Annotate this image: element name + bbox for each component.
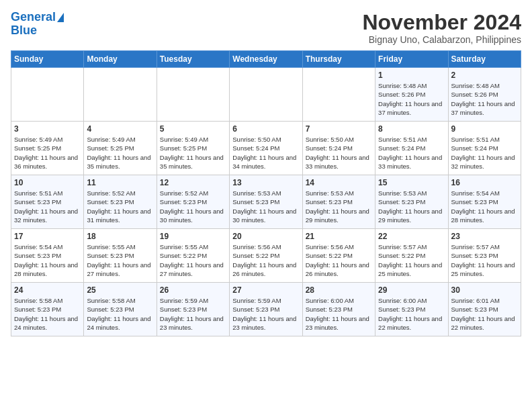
day-info: Sunrise: 5:59 AM Sunset: 5:23 PM Dayligh… — [160, 296, 226, 332]
calendar-cell: 25Sunrise: 5:58 AM Sunset: 5:23 PM Dayli… — [84, 283, 157, 336]
day-info: Sunrise: 5:49 AM Sunset: 5:25 PM Dayligh… — [87, 135, 153, 171]
day-number: 6 — [232, 124, 299, 134]
day-info: Sunrise: 6:01 AM Sunset: 5:23 PM Dayligh… — [451, 296, 518, 332]
calendar-cell: 2Sunrise: 5:48 AM Sunset: 5:26 PM Daylig… — [448, 68, 521, 122]
day-number: 3 — [14, 124, 81, 134]
day-number: 19 — [160, 232, 226, 241]
day-number: 11 — [87, 178, 153, 187]
calendar-cell: 28Sunrise: 6:00 AM Sunset: 5:23 PM Dayli… — [302, 283, 375, 336]
day-number: 21 — [306, 232, 372, 241]
day-info: Sunrise: 5:55 AM Sunset: 5:22 PM Dayligh… — [160, 242, 226, 278]
day-number: 8 — [378, 124, 445, 134]
day-number: 27 — [232, 285, 299, 295]
day-info: Sunrise: 5:53 AM Sunset: 5:23 PM Dayligh… — [306, 189, 372, 224]
calendar-cell: 7Sunrise: 5:50 AM Sunset: 5:24 PM Daylig… — [302, 122, 375, 175]
calendar-cell: 4Sunrise: 5:49 AM Sunset: 5:25 PM Daylig… — [84, 122, 157, 175]
page-header: General Blue November 2024 Bignay Uno, C… — [11, 11, 521, 45]
calendar-cell: 16Sunrise: 5:54 AM Sunset: 5:23 PM Dayli… — [448, 175, 521, 229]
day-info: Sunrise: 5:55 AM Sunset: 5:23 PM Dayligh… — [87, 242, 153, 278]
calendar-cell: 26Sunrise: 5:59 AM Sunset: 5:23 PM Dayli… — [157, 283, 229, 336]
logo-text-blue: Blue — [11, 24, 37, 38]
calendar-cell: 12Sunrise: 5:52 AM Sunset: 5:23 PM Dayli… — [157, 175, 229, 229]
calendar-week-row: 10Sunrise: 5:51 AM Sunset: 5:23 PM Dayli… — [11, 175, 521, 229]
day-number: 17 — [14, 232, 81, 241]
day-info: Sunrise: 5:49 AM Sunset: 5:25 PM Dayligh… — [160, 135, 226, 171]
calendar-week-row: 3Sunrise: 5:49 AM Sunset: 5:25 PM Daylig… — [11, 122, 521, 175]
day-number: 2 — [451, 71, 518, 80]
calendar-cell: 21Sunrise: 5:56 AM Sunset: 5:22 PM Dayli… — [302, 229, 375, 283]
header-sunday: Sunday — [11, 51, 84, 68]
calendar-cell — [84, 68, 157, 122]
day-number: 22 — [378, 232, 445, 241]
day-number: 5 — [160, 124, 226, 134]
day-info: Sunrise: 5:59 AM Sunset: 5:23 PM Dayligh… — [232, 296, 299, 332]
day-number: 28 — [306, 285, 372, 295]
calendar-cell: 6Sunrise: 5:50 AM Sunset: 5:24 PM Daylig… — [230, 122, 302, 175]
day-info: Sunrise: 5:51 AM Sunset: 5:24 PM Dayligh… — [378, 135, 445, 171]
day-info: Sunrise: 5:58 AM Sunset: 5:23 PM Dayligh… — [14, 296, 81, 332]
calendar-table: SundayMondayTuesdayWednesdayThursdayFrid… — [11, 50, 521, 336]
day-number: 25 — [87, 285, 153, 295]
day-number: 18 — [87, 232, 153, 241]
day-info: Sunrise: 5:49 AM Sunset: 5:25 PM Dayligh… — [14, 135, 81, 171]
calendar-cell: 18Sunrise: 5:55 AM Sunset: 5:23 PM Dayli… — [84, 229, 157, 283]
calendar-cell: 15Sunrise: 5:53 AM Sunset: 5:23 PM Dayli… — [375, 175, 448, 229]
calendar-cell: 3Sunrise: 5:49 AM Sunset: 5:25 PM Daylig… — [11, 122, 84, 175]
day-info: Sunrise: 5:53 AM Sunset: 5:23 PM Dayligh… — [378, 189, 445, 224]
day-info: Sunrise: 5:52 AM Sunset: 5:23 PM Dayligh… — [87, 189, 153, 224]
header-saturday: Saturday — [448, 51, 521, 68]
calendar-cell: 23Sunrise: 5:57 AM Sunset: 5:23 PM Dayli… — [448, 229, 521, 283]
calendar-cell: 5Sunrise: 5:49 AM Sunset: 5:25 PM Daylig… — [157, 122, 229, 175]
calendar-cell: 14Sunrise: 5:53 AM Sunset: 5:23 PM Dayli… — [302, 175, 375, 229]
calendar-cell: 17Sunrise: 5:54 AM Sunset: 5:23 PM Dayli… — [11, 229, 84, 283]
calendar-cell: 20Sunrise: 5:56 AM Sunset: 5:22 PM Dayli… — [230, 229, 302, 283]
calendar-cell: 24Sunrise: 5:58 AM Sunset: 5:23 PM Dayli… — [11, 283, 84, 336]
day-number: 16 — [451, 178, 518, 187]
day-number: 29 — [378, 285, 445, 295]
calendar-cell: 19Sunrise: 5:55 AM Sunset: 5:22 PM Dayli… — [157, 229, 229, 283]
calendar-cell: 13Sunrise: 5:53 AM Sunset: 5:23 PM Dayli… — [230, 175, 302, 229]
calendar-cell: 29Sunrise: 6:00 AM Sunset: 5:23 PM Dayli… — [375, 283, 448, 336]
day-number: 7 — [306, 124, 372, 134]
day-number: 23 — [451, 232, 518, 241]
day-number: 4 — [87, 124, 153, 134]
day-info: Sunrise: 5:52 AM Sunset: 5:23 PM Dayligh… — [160, 189, 226, 224]
day-info: Sunrise: 5:56 AM Sunset: 5:22 PM Dayligh… — [232, 242, 299, 278]
calendar-cell — [157, 68, 229, 122]
calendar-cell — [302, 68, 375, 122]
calendar-cell: 30Sunrise: 6:01 AM Sunset: 5:23 PM Dayli… — [448, 283, 521, 336]
month-title: November 2024 — [362, 11, 521, 34]
day-number: 13 — [232, 178, 299, 187]
day-number: 14 — [306, 178, 372, 187]
header-tuesday: Tuesday — [157, 51, 229, 68]
header-wednesday: Wednesday — [230, 51, 302, 68]
calendar-cell: 27Sunrise: 5:59 AM Sunset: 5:23 PM Dayli… — [230, 283, 302, 336]
calendar-header-row: SundayMondayTuesdayWednesdayThursdayFrid… — [11, 51, 521, 68]
day-info: Sunrise: 5:57 AM Sunset: 5:22 PM Dayligh… — [378, 242, 445, 278]
day-number: 9 — [451, 124, 518, 134]
calendar-cell — [11, 68, 84, 122]
calendar-cell: 9Sunrise: 5:51 AM Sunset: 5:24 PM Daylig… — [448, 122, 521, 175]
day-number: 24 — [14, 285, 81, 295]
day-info: Sunrise: 5:51 AM Sunset: 5:23 PM Dayligh… — [14, 189, 81, 224]
calendar-cell: 8Sunrise: 5:51 AM Sunset: 5:24 PM Daylig… — [375, 122, 448, 175]
day-number: 12 — [160, 178, 226, 187]
logo-text: General — [11, 11, 56, 24]
header-friday: Friday — [375, 51, 448, 68]
day-number: 20 — [232, 232, 299, 241]
day-info: Sunrise: 5:53 AM Sunset: 5:23 PM Dayligh… — [232, 189, 299, 224]
day-info: Sunrise: 5:54 AM Sunset: 5:23 PM Dayligh… — [451, 189, 518, 224]
day-info: Sunrise: 5:50 AM Sunset: 5:24 PM Dayligh… — [306, 135, 372, 171]
day-number: 30 — [451, 285, 518, 295]
calendar-cell — [230, 68, 302, 122]
calendar-cell: 10Sunrise: 5:51 AM Sunset: 5:23 PM Dayli… — [11, 175, 84, 229]
day-number: 26 — [160, 285, 226, 295]
header-thursday: Thursday — [302, 51, 375, 68]
calendar-week-row: 24Sunrise: 5:58 AM Sunset: 5:23 PM Dayli… — [11, 283, 521, 336]
day-info: Sunrise: 6:00 AM Sunset: 5:23 PM Dayligh… — [306, 296, 372, 332]
calendar-week-row: 1Sunrise: 5:48 AM Sunset: 5:26 PM Daylig… — [11, 68, 521, 122]
day-number: 10 — [14, 178, 81, 187]
calendar-week-row: 17Sunrise: 5:54 AM Sunset: 5:23 PM Dayli… — [11, 229, 521, 283]
location-subtitle: Bignay Uno, Calabarzon, Philippines — [362, 34, 521, 45]
day-info: Sunrise: 5:58 AM Sunset: 5:23 PM Dayligh… — [87, 296, 153, 332]
